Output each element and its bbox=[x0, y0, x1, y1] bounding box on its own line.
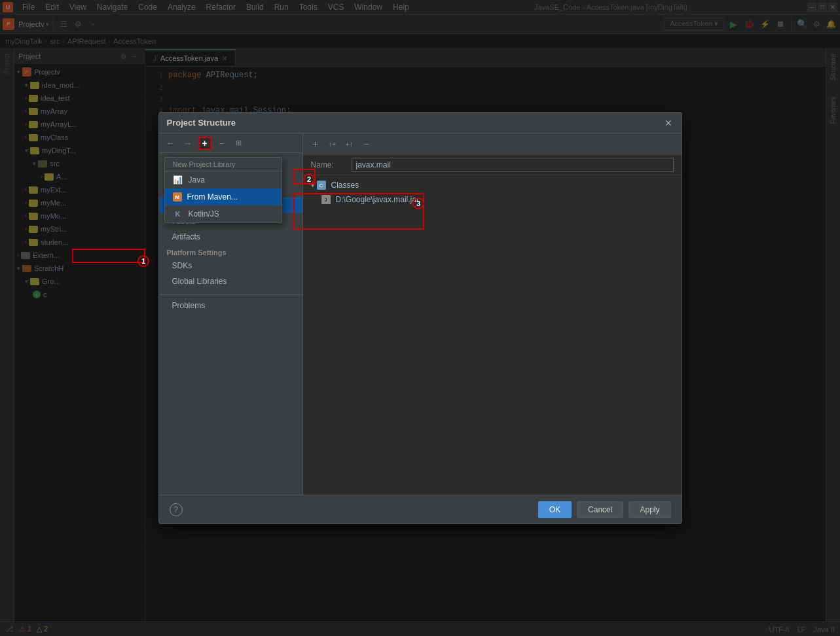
jar-path-label: D:\Google\javax.mail.jar bbox=[336, 195, 419, 204]
modal-footer: ? OK Cancel Apply bbox=[159, 495, 682, 523]
modal-nav-top: ← → + − ⊞ bbox=[159, 133, 302, 153]
classes-label: Classes bbox=[331, 181, 359, 190]
library-name-row: Name: bbox=[303, 154, 682, 175]
classes-icon: C bbox=[317, 181, 326, 190]
footer-left: ? bbox=[170, 503, 183, 516]
library-tree-panel: ▾ C Classes J D:\Google\javax.mail.jar bbox=[303, 175, 682, 495]
jar-file-node[interactable]: J D:\Google\javax.mail.jar bbox=[308, 192, 676, 207]
project-structure-modal: Project Structure ✕ ← → + − ⊞ Pr bbox=[158, 112, 682, 524]
library-name-input[interactable] bbox=[352, 158, 674, 172]
apply-button[interactable]: Apply bbox=[629, 501, 670, 518]
add-source-button[interactable]: ↑+ bbox=[325, 137, 340, 151]
dropdown-item-maven[interactable]: M From Maven... bbox=[165, 188, 282, 205]
modal-nav: ← → + − ⊞ Project Settings Project Modul… bbox=[159, 133, 303, 495]
maven-icon: M bbox=[173, 192, 182, 202]
back-button[interactable]: ← bbox=[164, 137, 177, 150]
name-label: Name: bbox=[311, 160, 344, 169]
new-project-library-dropdown: New Project Library 📊 Java M From Maven.… bbox=[164, 157, 282, 223]
modal-content-panel: + ↑+ +↑ − Name: ▾ C Classes bbox=[303, 133, 682, 495]
add-javadoc-button[interactable]: +↑ bbox=[342, 137, 357, 151]
remove-library-button[interactable]: − bbox=[215, 137, 228, 150]
modal-close-button[interactable]: ✕ bbox=[663, 118, 674, 128]
classes-node[interactable]: ▾ C Classes bbox=[308, 178, 676, 192]
libraries-highlight-box bbox=[72, 249, 145, 263]
modal-title-bar: Project Structure ✕ bbox=[159, 113, 682, 133]
footer-right: OK Cancel Apply bbox=[538, 501, 671, 518]
kotlin-icon: K bbox=[173, 209, 183, 219]
jar-icon: J bbox=[321, 195, 331, 204]
dropdown-title: New Project Library bbox=[165, 158, 282, 171]
ok-button[interactable]: OK bbox=[538, 501, 572, 518]
nav-item-global-libs[interactable]: Global Libraries bbox=[159, 274, 302, 289]
platform-settings-section: Platform Settings bbox=[159, 245, 302, 258]
add-class-button[interactable]: + bbox=[308, 137, 323, 151]
add-library-button[interactable]: + bbox=[198, 137, 211, 150]
modal-body: ← → + − ⊞ Project Settings Project Modul… bbox=[159, 133, 682, 495]
java-icon: 📊 bbox=[173, 175, 183, 185]
content-toolbar: + ↑+ +↑ − bbox=[303, 133, 682, 154]
modal-title: Project Structure bbox=[167, 118, 236, 128]
plus-icon: + bbox=[202, 138, 207, 149]
dropdown-item-java[interactable]: 📊 Java bbox=[165, 171, 282, 188]
modal-overlay: Project Structure ✕ ← → + − ⊞ Pr bbox=[0, 0, 840, 636]
nav-item-problems[interactable]: Problems bbox=[159, 298, 302, 313]
copy-library-button[interactable]: ⊞ bbox=[232, 137, 246, 150]
cancel-button[interactable]: Cancel bbox=[577, 501, 623, 518]
annotation-1: 1 bbox=[137, 255, 149, 267]
nav-item-sdks[interactable]: SDKs bbox=[159, 258, 302, 274]
nav-item-artifacts[interactable]: Artifacts bbox=[159, 229, 302, 245]
forward-button[interactable]: → bbox=[181, 137, 194, 150]
dropdown-item-kotlin[interactable]: K Kotlin/JS bbox=[165, 205, 282, 222]
help-button[interactable]: ? bbox=[170, 503, 183, 516]
remove-class-button[interactable]: − bbox=[359, 137, 374, 151]
